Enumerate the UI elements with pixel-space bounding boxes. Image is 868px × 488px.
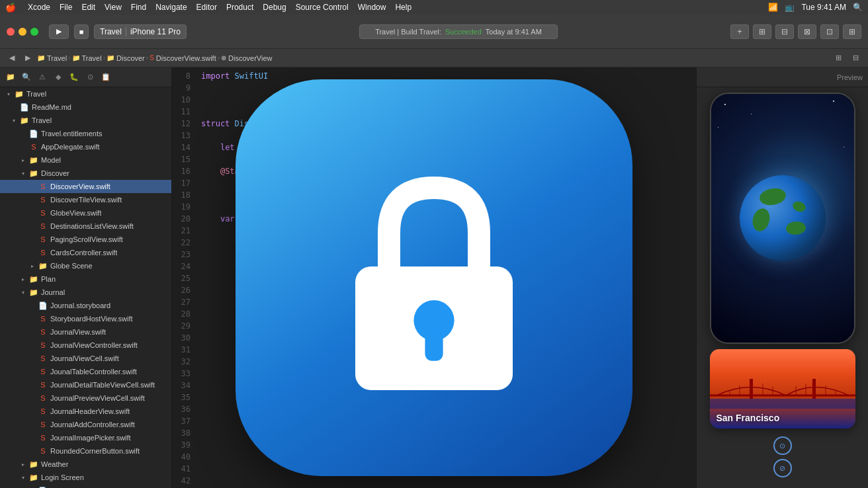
menu-find[interactable]: Find bbox=[131, 3, 146, 12]
tree-item-travel[interactable]: ▾ 📁 Travel bbox=[0, 114, 171, 127]
menu-debug[interactable]: Debug bbox=[263, 3, 286, 12]
minimize-button[interactable] bbox=[19, 28, 26, 36]
search-icon[interactable]: 🔍 bbox=[853, 3, 863, 12]
tree-item-storyboardhost[interactable]: S StoryboardHostView.swift bbox=[0, 312, 171, 325]
folder-icon: 📁 bbox=[72, 54, 80, 61]
line-num: 10 bbox=[172, 94, 191, 106]
tree-label: Journal.storyboard bbox=[50, 302, 110, 309]
stop-button[interactable]: ■ bbox=[74, 24, 89, 39]
tree-item-pagingscroll[interactable]: S PagingScrollView.swift bbox=[0, 233, 171, 246]
breadcrumb-item-discover[interactable]: 📁 Discover bbox=[107, 54, 145, 62]
layout-btn1[interactable]: ⊠ bbox=[798, 24, 816, 39]
tree-item-discover[interactable]: ▾ 📁 Discover bbox=[0, 167, 171, 180]
tree-item-weather[interactable]: ▸ 📁 Weather bbox=[0, 458, 171, 471]
code-editor[interactable]: 8 9 10 11 12 13 14 15 16 17 18 19 20 21 … bbox=[172, 67, 696, 488]
code-content[interactable]: import SwiftUI struct Dis let s @Sta var… bbox=[196, 70, 696, 488]
library-button[interactable]: ⊞ bbox=[753, 24, 771, 39]
preview-label: Preview bbox=[837, 73, 863, 81]
tree-item-journalcell[interactable]: S JournalViewCell.swift bbox=[0, 352, 171, 365]
tree-item-journaladd[interactable]: S JournalAddController.swift bbox=[0, 418, 171, 431]
menu-editor[interactable]: Editor bbox=[196, 3, 217, 12]
tree-label: JournalViewCell.swift bbox=[50, 354, 119, 362]
code-line: @Sta bbox=[201, 165, 696, 177]
breadcrumb-item-file[interactable]: S DiscoverView.swift bbox=[150, 54, 216, 62]
tree-item-destinations[interactable]: S DestinationsListView.swift bbox=[0, 220, 171, 233]
layout-btn2[interactable]: ⊡ bbox=[820, 24, 839, 39]
grid-view-btn[interactable]: ⊞ bbox=[831, 52, 846, 64]
menu-help[interactable]: Help bbox=[395, 3, 412, 12]
breadcrumb-item-travel[interactable]: 📁 Travel bbox=[72, 54, 102, 62]
layout-btn3[interactable]: ⊞ bbox=[843, 24, 861, 39]
nav-icon-folder[interactable]: 📁 bbox=[4, 71, 17, 84]
tree-item-globe[interactable]: S GlobeView.swift bbox=[0, 206, 171, 220]
tree-item-journalheader[interactable]: S JournalHeaderView.swift bbox=[0, 405, 171, 418]
folder-icon: 📁 bbox=[29, 473, 38, 482]
nav-icon-warning[interactable]: ⚠ bbox=[36, 71, 49, 84]
tree-item-discoverview[interactable]: S DiscoverView.swift bbox=[0, 180, 171, 193]
tree-item-journaldetail[interactable]: S JournalDetailTableViewCell.swift bbox=[0, 378, 171, 391]
menu-window[interactable]: Window bbox=[358, 3, 386, 12]
tree-item-journalimage[interactable]: S JournalImagePicker.swift bbox=[0, 431, 171, 444]
breadcrumb-item-struct[interactable]: ⊕ DiscoverView bbox=[221, 54, 272, 62]
nav-back-button[interactable]: ◀ bbox=[5, 52, 19, 64]
code-area[interactable]: 8 9 10 11 12 13 14 15 16 17 18 19 20 21 … bbox=[172, 67, 696, 488]
split-view-btn[interactable]: ⊟ bbox=[848, 52, 863, 64]
tree-item-discovertile[interactable]: S DiscoverTileView.swift bbox=[0, 193, 171, 206]
tree-item-journalview[interactable]: S JournalView.swift bbox=[0, 325, 171, 339]
build-title: Travel | Build Travel: bbox=[375, 28, 441, 36]
tree-item-journaltable[interactable]: S JounalTableController.swift bbox=[0, 365, 171, 378]
tree-label: Plan bbox=[41, 275, 56, 283]
line-num: 30 bbox=[172, 332, 191, 344]
tree-item-readme[interactable]: 📄 ReadMe.md bbox=[0, 101, 171, 114]
star bbox=[724, 104, 726, 105]
preview-action-btn1[interactable]: ⊙ bbox=[773, 436, 792, 455]
code-line bbox=[201, 237, 696, 249]
device-name: iPhone 11 Pro bbox=[130, 27, 181, 36]
nav-icon-debug[interactable]: 🐛 bbox=[67, 71, 81, 84]
tree-item-entitlements[interactable]: 📄 Travel.entitlements bbox=[0, 127, 171, 140]
menu-navigate[interactable]: Navigate bbox=[155, 3, 187, 12]
nav-icon-report[interactable]: 📋 bbox=[99, 71, 112, 84]
tree-item-model[interactable]: ▸ 📁 Model bbox=[0, 153, 171, 167]
preview-action-btn2[interactable]: ⊘ bbox=[773, 459, 792, 477]
menu-file[interactable]: File bbox=[60, 3, 72, 12]
folder-icon: 📁 bbox=[29, 156, 38, 165]
code-coverage-btn[interactable]: ⊟ bbox=[775, 24, 794, 39]
fullscreen-button[interactable] bbox=[30, 28, 38, 36]
tree-item-journalvc[interactable]: S JournalViewController.swift bbox=[0, 339, 171, 352]
tree-arrow: ▾ bbox=[5, 91, 12, 97]
sf-label: San Francisco bbox=[716, 413, 780, 423]
line-num: 20 bbox=[172, 213, 191, 225]
breadcrumb-item-travel-root[interactable]: 📁 Travel bbox=[37, 54, 67, 62]
swift-icon: S bbox=[38, 341, 48, 349]
tree-root[interactable]: ▾ 📁 Travel bbox=[0, 87, 171, 101]
tree-item-appdelegate[interactable]: S AppDelegate.swift bbox=[0, 140, 171, 153]
tree-item-roundedcorner[interactable]: S RoundedCornerButton.swift bbox=[0, 444, 171, 458]
run-button[interactable]: ▶ bbox=[49, 24, 69, 39]
menu-edit[interactable]: Edit bbox=[81, 3, 95, 12]
nav-icon-breakpoints[interactable]: ⊙ bbox=[83, 71, 97, 84]
menu-product[interactable]: Product bbox=[226, 3, 253, 12]
nav-icon-search[interactable]: 🔍 bbox=[20, 71, 33, 84]
tree-item-plan[interactable]: ▸ 📁 Plan bbox=[0, 272, 171, 286]
scheme-selector[interactable]: Travel iPhone 11 Pro bbox=[94, 24, 187, 39]
tree-item-journalstory[interactable]: 📄 Journal.storyboard bbox=[0, 299, 171, 312]
close-button[interactable] bbox=[7, 28, 15, 36]
breadcrumb-sep3: › bbox=[146, 54, 148, 61]
tree-item-cards[interactable]: S CardsController.swift bbox=[0, 246, 171, 259]
menu-view[interactable]: View bbox=[105, 3, 122, 12]
tree-item-loginstory[interactable]: 📄 Login.storyboard bbox=[0, 484, 171, 488]
code-line bbox=[201, 356, 696, 368]
apple-menu[interactable]: 🍎 bbox=[5, 3, 16, 13]
tree-item-loginscreen[interactable]: ▾ 📁 Login Screen bbox=[0, 471, 171, 484]
nav-forward-button[interactable]: ▶ bbox=[21, 52, 34, 64]
tree-item-journal[interactable]: ▾ 📁 Journal bbox=[0, 286, 171, 299]
earth-land bbox=[750, 206, 771, 233]
tree-item-journalpreview[interactable]: S JournalPreviewViewCell.swift bbox=[0, 391, 171, 405]
menu-xcode[interactable]: Xcode bbox=[28, 3, 50, 12]
nav-icon-test[interactable]: ◆ bbox=[52, 71, 65, 84]
swift-icon: S bbox=[38, 407, 48, 415]
tree-item-globescene[interactable]: ▸ 📁 Globe Scene bbox=[0, 259, 171, 272]
add-button[interactable]: + bbox=[730, 24, 749, 39]
menu-source-control[interactable]: Source Control bbox=[296, 3, 349, 12]
